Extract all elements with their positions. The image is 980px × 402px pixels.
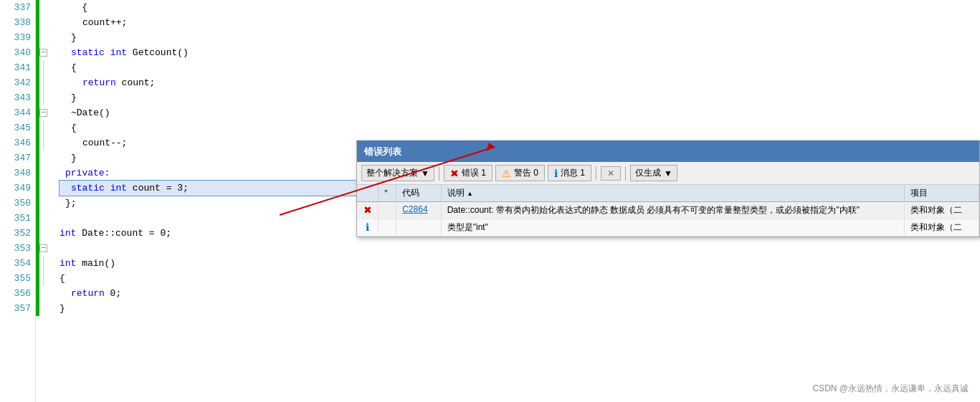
info-circle-icon: ℹ xyxy=(554,168,558,179)
error-table-header: ″ 代码 说明 项目 xyxy=(357,185,979,202)
error-row-1[interactable]: ✖ C2864 Date::count: 带有类内初始化表达式的静态 数据成员 … xyxy=(357,202,979,219)
row2-project-cell: 类和对象（二 xyxy=(904,219,979,236)
row1-error-icon: ✖ xyxy=(363,204,372,216)
code-line-356: return 0; xyxy=(60,286,980,301)
error-table: ″ 代码 说明 项目 xyxy=(357,185,979,236)
line-num-337: 337 xyxy=(0,0,31,15)
line-num-351: 351 xyxy=(0,211,31,226)
chevron-down-icon: ▼ xyxy=(421,168,429,178)
row2-desc-cell: 类型是"int" xyxy=(441,219,904,236)
line-numbers: 337 338 339 340 341 342 343 344 345 346 … xyxy=(0,0,36,402)
line-num-354: 354 xyxy=(0,256,31,271)
line-num-349: 349 xyxy=(0,181,31,196)
code-line-343: } xyxy=(60,90,980,105)
info-count-button[interactable]: ℹ 消息 1 xyxy=(548,165,591,181)
fold-marker-354[interactable]: − xyxy=(39,241,54,256)
code-line-339: } xyxy=(60,30,980,45)
line-num-339: 339 xyxy=(0,30,31,45)
code-line-355: { xyxy=(60,271,980,286)
code-line-340: static int Getcount() xyxy=(60,45,980,60)
code-line-354: int main() xyxy=(60,256,980,271)
line-num-350: 350 xyxy=(0,196,31,211)
line-num-352: 352 xyxy=(0,226,31,241)
code-line-337: { xyxy=(60,0,980,15)
fold-marker-340[interactable]: − xyxy=(39,45,54,60)
line-num-341: 341 xyxy=(0,60,31,75)
line-num-345: 345 xyxy=(0,120,31,135)
code-line-338: count++; xyxy=(60,15,980,30)
fold-marker-344[interactable]: − xyxy=(39,105,54,120)
line-num-347: 347 xyxy=(0,150,31,166)
code-line-345: { xyxy=(60,120,980,135)
row2-icon-cell: ℹ xyxy=(357,219,379,236)
error-table-body: ✖ C2864 Date::count: 带有类内初始化表达式的静态 数据成员 … xyxy=(357,202,979,236)
col-project[interactable]: 项目 xyxy=(904,185,979,202)
line-num-355: 355 xyxy=(0,271,31,286)
code-line-357: } xyxy=(60,301,980,316)
error-panel-title: 错误列表 xyxy=(364,145,401,158)
csdn-watermark: CSDN @永远热情，永远谦卑，永远真诚 xyxy=(812,383,969,395)
row1-desc-cell: Date::count: 带有类内初始化表达式的静态 数据成员 必须具有不可变的… xyxy=(441,202,904,219)
toolbar-separator-1 xyxy=(439,166,439,181)
row1-code-cell: C2864 xyxy=(396,202,442,219)
toolbar-separator-3 xyxy=(625,166,626,181)
error-panel: 错误列表 整个解决方案 ▼ ✖ 错误 1 ⚠ 警告 0 xyxy=(356,140,980,237)
build-chevron-icon: ▼ xyxy=(664,168,672,178)
col-icon[interactable] xyxy=(357,185,379,202)
code-line-341: { xyxy=(60,60,980,75)
col-code[interactable]: 代码 xyxy=(396,185,442,202)
filter-icon: ✕ xyxy=(607,168,614,178)
line-num-346: 346 xyxy=(0,135,31,150)
code-editor: 337 338 339 340 341 342 343 344 345 346 … xyxy=(0,0,980,402)
error-row-2[interactable]: ℹ 类型是"int" 类和对象（二 xyxy=(357,219,979,236)
line-num-348: 348 xyxy=(0,166,31,181)
toolbar-separator-2 xyxy=(596,166,596,181)
main-container: 337 338 339 340 341 342 343 344 345 346 … xyxy=(0,0,980,402)
code-line-342: return count; xyxy=(60,75,980,90)
row1-pin-cell xyxy=(379,202,396,219)
col-description[interactable]: 说明 xyxy=(441,185,904,202)
fold-column: − − xyxy=(39,0,54,402)
scope-dropdown[interactable]: 整个解决方案 ▼ xyxy=(361,165,434,181)
code-line-353 xyxy=(60,241,980,256)
row2-info-icon: ℹ xyxy=(366,221,369,233)
row1-project-cell: 类和对象（二 xyxy=(904,202,979,219)
row2-pin-cell xyxy=(379,219,396,236)
line-num-338: 338 xyxy=(0,15,31,30)
line-num-342: 342 xyxy=(0,75,31,90)
line-num-353: 353 xyxy=(0,241,31,256)
filter-button[interactable]: ✕ xyxy=(601,166,621,181)
build-dropdown[interactable]: 仅生成 ▼ xyxy=(630,165,677,181)
warning-count-button[interactable]: ⚠ 警告 0 xyxy=(495,165,545,181)
line-num-343: 343 xyxy=(0,90,31,105)
col-pin[interactable]: ″ xyxy=(379,185,396,202)
error-count-button[interactable]: ✖ 错误 1 xyxy=(444,165,493,181)
error-code-link-c2864[interactable]: C2864 xyxy=(402,204,427,214)
line-num-357: 357 xyxy=(0,301,31,316)
row2-code-cell xyxy=(396,219,442,236)
error-panel-header: 错误列表 xyxy=(357,142,979,162)
warning-icon: ⚠ xyxy=(502,168,511,179)
row1-icon-cell: ✖ xyxy=(357,202,379,219)
line-num-340: 340 xyxy=(0,45,31,60)
error-icon: ✖ xyxy=(450,168,459,179)
error-toolbar: 整个解决方案 ▼ ✖ 错误 1 ⚠ 警告 0 ℹ 消息 1 xyxy=(357,162,979,185)
code-line-344: ~Date() xyxy=(60,105,980,120)
line-num-344: 344 xyxy=(0,105,31,120)
line-num-356: 356 xyxy=(0,286,31,301)
